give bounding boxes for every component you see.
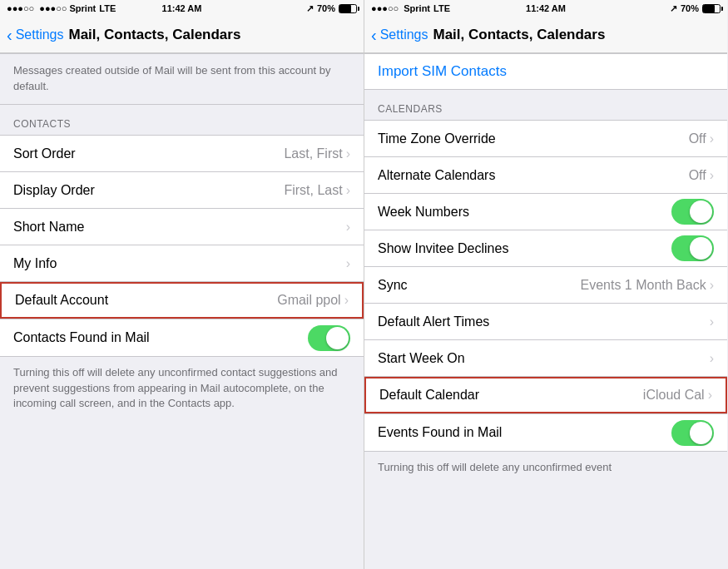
display-order-row[interactable]: Display Order First, Last › <box>0 172 364 209</box>
default-calendar-chevron: › <box>708 388 712 403</box>
direction-icon-2: ↗ <box>670 3 677 14</box>
import-sim-label: Import SIM Contacts <box>378 63 507 80</box>
contacts-found-toggle[interactable] <box>308 325 350 351</box>
short-name-row[interactable]: Short Name › <box>0 209 364 245</box>
time-display: 11:42 AM <box>162 3 202 13</box>
signal-dots-2: ●●●○○ <box>371 3 399 13</box>
default-calendar-label: Default Calendar <box>379 388 479 403</box>
invitee-declines-knob <box>690 237 712 260</box>
contacts-footer-text: Turning this off will delete any unconfi… <box>0 357 364 421</box>
alt-calendars-value: Off <box>689 168 706 183</box>
invitee-declines-toggle[interactable] <box>671 235 714 261</box>
alert-times-chevron: › <box>710 314 714 329</box>
battery-level: 70% <box>317 3 335 13</box>
start-week-right: › <box>710 351 714 366</box>
back-button-right[interactable]: ‹ Settings <box>371 27 428 43</box>
status-right: ↗ 70% <box>306 3 357 14</box>
nav-bar-right: ‹ Settings Mail, Contacts, Calendars <box>364 17 727 53</box>
timezone-value: Off <box>689 131 706 146</box>
timezone-right: Off › <box>689 131 714 146</box>
events-found-toggle[interactable] <box>671 420 714 446</box>
short-name-label: Short Name <box>13 220 84 235</box>
carrier-name: ●●●○○ Sprint <box>39 3 96 13</box>
nav-title-right: Mail, Contacts, Calendars <box>433 27 605 43</box>
alert-times-right: › <box>710 314 714 329</box>
sync-right: Events 1 Month Back › <box>580 278 714 293</box>
carrier-name-2: Sprint <box>404 3 430 13</box>
display-order-chevron: › <box>346 183 350 198</box>
default-calendar-right: iCloud Cal › <box>643 388 712 403</box>
sort-order-row[interactable]: Sort Order Last, First › <box>0 136 364 172</box>
week-numbers-label: Week Numbers <box>378 205 469 220</box>
my-info-chevron: › <box>346 256 350 271</box>
timezone-chevron: › <box>710 131 714 146</box>
alt-calendars-chevron: › <box>710 168 714 183</box>
calendars-section-header: CALENDARS <box>364 90 727 120</box>
back-chevron-right: ‹ <box>371 27 377 43</box>
status-left: ●●●○○ ●●●○○ Sprint LTE <box>7 3 116 13</box>
my-info-row[interactable]: My Info › <box>0 245 364 282</box>
timezone-row[interactable]: Time Zone Override Off › <box>364 121 727 157</box>
alt-calendars-right: Off › <box>689 168 714 183</box>
status-left-2: ●●●○○ Sprint LTE <box>371 3 450 13</box>
nav-bar-left: ‹ Settings Mail, Contacts, Calendars <box>0 17 364 53</box>
default-account-chevron: › <box>344 293 349 308</box>
sort-order-value: Last, First <box>284 146 342 161</box>
default-account-right: Gmail ppol › <box>277 293 349 308</box>
status-bar-left: ●●●○○ ●●●○○ Sprint LTE 11:42 AM ↗ 70% <box>0 0 364 17</box>
alert-times-row[interactable]: Default Alert Times › <box>364 304 727 340</box>
time-display-2: 11:42 AM <box>526 3 566 13</box>
back-label-left: Settings <box>16 27 64 42</box>
display-order-value: First, Last <box>284 183 342 198</box>
display-order-label: Display Order <box>13 183 95 198</box>
invitee-declines-row[interactable]: Show Invitee Declines <box>364 230 727 267</box>
default-account-label: Default Account <box>15 293 108 308</box>
invitee-declines-label: Show Invitee Declines <box>378 241 508 256</box>
sync-value: Events 1 Month Back <box>580 278 706 293</box>
toggle-knob <box>326 327 349 349</box>
events-found-table: Events Found in Mail <box>364 414 727 452</box>
my-info-label: My Info <box>13 256 57 271</box>
default-calendar-value: iCloud Cal <box>643 388 705 403</box>
week-numbers-toggle[interactable] <box>671 199 714 225</box>
sort-order-chevron: › <box>346 146 350 161</box>
events-found-label: Events Found in Mail <box>378 425 502 440</box>
nav-title-left: Mail, Contacts, Calendars <box>68 27 240 43</box>
back-label-right: Settings <box>380 27 428 42</box>
start-week-chevron: › <box>710 351 714 366</box>
battery-level-2: 70% <box>681 3 699 13</box>
display-order-right: First, Last › <box>284 183 350 198</box>
sort-order-label: Sort Order <box>13 146 76 161</box>
sync-label: Sync <box>378 278 408 293</box>
battery-icon-2 <box>702 4 721 13</box>
week-numbers-row[interactable]: Week Numbers <box>364 194 727 230</box>
contacts-table: Sort Order Last, First › Display Order F… <box>0 135 364 319</box>
contacts-found-table: Contacts Found in Mail <box>0 319 364 357</box>
panel-left-scroll: Messages created outside of Mail will be… <box>0 53 364 569</box>
network-type: LTE <box>99 3 116 13</box>
sort-order-right: Last, First › <box>284 146 350 161</box>
panel-left: ●●●○○ ●●●○○ Sprint LTE 11:42 AM ↗ 70% ‹ … <box>0 0 364 569</box>
panel-right: ●●●○○ Sprint LTE 11:42 AM ↗ 70% ‹ Settin… <box>364 0 727 569</box>
sync-row[interactable]: Sync Events 1 Month Back › <box>364 267 727 304</box>
contacts-found-label: Contacts Found in Mail <box>13 330 150 345</box>
short-name-right: › <box>346 220 350 235</box>
calendars-table: Time Zone Override Off › Alternate Calen… <box>364 120 727 414</box>
my-info-right: › <box>346 256 350 271</box>
week-numbers-knob <box>690 200 712 223</box>
events-found-row[interactable]: Events Found in Mail <box>364 414 727 451</box>
default-account-row[interactable]: Default Account Gmail ppol › <box>0 282 364 319</box>
back-button-left[interactable]: ‹ Settings <box>7 27 63 43</box>
import-sim-row[interactable]: Import SIM Contacts <box>364 53 727 90</box>
panel-right-scroll: Import SIM Contacts CALENDARS Time Zone … <box>364 53 727 569</box>
battery-icon <box>339 4 357 13</box>
default-calendar-row[interactable]: Default Calendar iCloud Cal › <box>364 377 727 413</box>
info-message-left: Messages created outside of Mail will be… <box>13 64 331 92</box>
alt-calendars-label: Alternate Calendars <box>378 168 495 183</box>
events-found-knob <box>690 422 712 444</box>
alt-calendars-row[interactable]: Alternate Calendars Off › <box>364 157 727 194</box>
direction-icon: ↗ <box>306 3 314 14</box>
start-week-row[interactable]: Start Week On › <box>364 340 727 377</box>
contacts-found-row[interactable]: Contacts Found in Mail <box>0 319 364 356</box>
signal-dots: ●●●○○ <box>7 3 34 13</box>
